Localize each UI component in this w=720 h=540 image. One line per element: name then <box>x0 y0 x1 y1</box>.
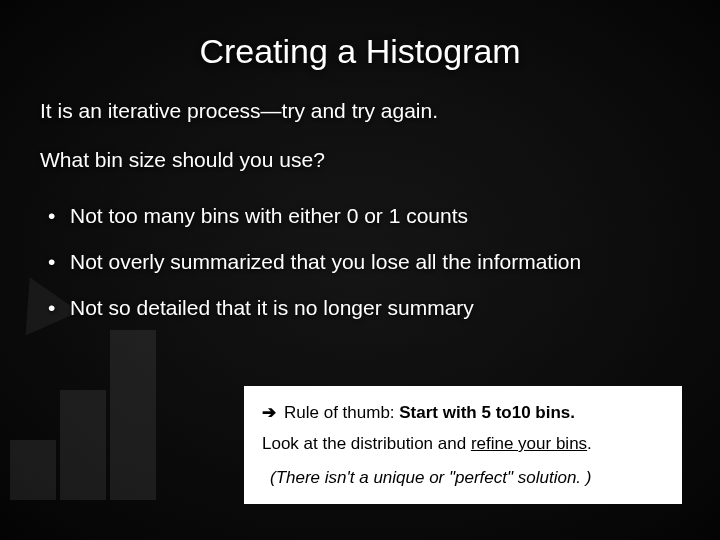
rule-bold: Start with 5 to10 bins. <box>399 403 575 422</box>
note-text: (There isn't a unique or "perfect" solut… <box>262 465 664 491</box>
slide-title: Creating a Histogram <box>40 0 680 71</box>
slide: Creating a Histogram It is an iterative … <box>0 0 720 540</box>
rule-prefix: Rule of thumb: <box>284 403 399 422</box>
refine-suffix: . <box>587 434 592 453</box>
arrow-right-icon: ➔ <box>262 400 276 426</box>
question-text: What bin size should you use? <box>40 146 680 173</box>
rule-of-thumb-text: Rule of thumb: Start with 5 to10 bins. <box>284 400 575 426</box>
bullet-item: Not overly summarized that you lose all … <box>40 250 680 274</box>
bullet-item: Not too many bins with either 0 or 1 cou… <box>40 204 680 228</box>
intro-text: It is an iterative process—try and try a… <box>40 97 680 124</box>
refine-prefix: Look at the distribution and <box>262 434 471 453</box>
bullet-item: Not so detailed that it is no longer sum… <box>40 296 680 320</box>
refine-text: Look at the distribution and refine your… <box>262 431 664 457</box>
bullet-list: Not too many bins with either 0 or 1 cou… <box>40 204 680 320</box>
callout-box: ➔ Rule of thumb: Start with 5 to10 bins.… <box>244 386 682 505</box>
refine-underlined: refine your bins <box>471 434 587 453</box>
